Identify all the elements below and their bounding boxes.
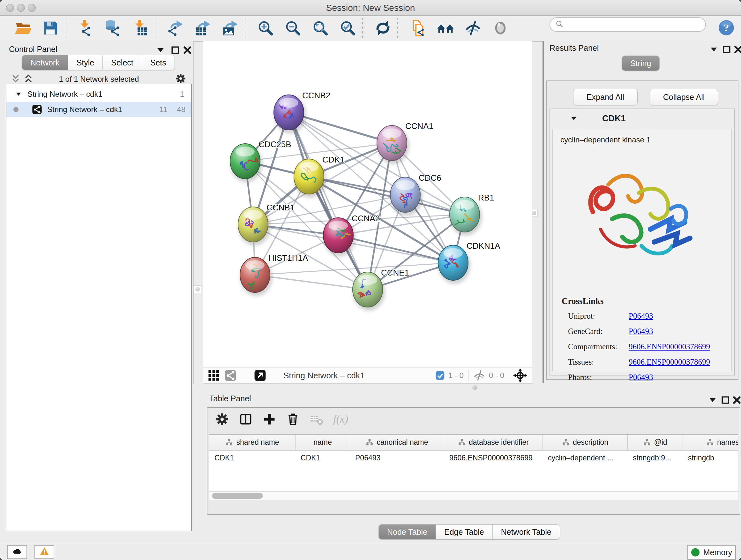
table-hscrollbar-thumb[interactable] [212, 493, 263, 499]
grid-view-icon[interactable] [208, 369, 220, 381]
left-splitter-handle[interactable] [194, 286, 201, 293]
split-columns-icon[interactable] [239, 412, 253, 426]
selected-counts: 1 - 0 [448, 371, 464, 380]
birdseye-crosshair-icon[interactable] [513, 368, 527, 382]
network-node-CDC25B[interactable]: CDC25B [230, 139, 291, 182]
network-collection-row[interactable]: String Network – cdk1 1 [6, 87, 191, 102]
expand-all-icon[interactable] [23, 74, 33, 84]
fit-content-button[interactable] [312, 19, 329, 37]
tab-network-table[interactable]: Network Table [493, 524, 560, 539]
tab-network[interactable]: Network [22, 55, 68, 70]
network-node-CCNA2[interactable]: CCNA2 [323, 213, 380, 256]
table-toolbar: f(x) [215, 412, 348, 426]
delete-column-icon[interactable] [286, 412, 300, 426]
results-float-icon[interactable] [722, 45, 731, 54]
import-table-file-button[interactable] [132, 19, 149, 37]
results-close-icon[interactable] [733, 45, 741, 54]
section-collapse-icon[interactable] [569, 114, 578, 123]
control-panel-float-icon[interactable] [171, 45, 180, 55]
network-node-HIST1H1A[interactable]: HIST1H1A [240, 253, 308, 296]
network-node-CDKN1A[interactable]: CDKN1A [438, 241, 500, 284]
table-float-icon[interactable] [721, 395, 730, 405]
crosslink-link[interactable]: 9606.ENSP00000378699 [629, 358, 710, 367]
column-header-sharedname[interactable]: shared name [209, 435, 295, 450]
import-network-file-button[interactable] [77, 19, 94, 37]
network-row-selected[interactable]: String Network – cdk1 11 48 [6, 102, 191, 117]
network-node-CDC6[interactable]: CDC6 [390, 173, 441, 216]
preview-button[interactable] [492, 19, 509, 37]
table-hscrollbar[interactable] [209, 491, 738, 500]
tab-sets[interactable]: Sets [142, 55, 175, 70]
network-graph[interactable]: CCNB2 CCNA1 CDC25B CDK1 CDC6 RB1 [203, 41, 532, 367]
crosslink-link[interactable]: P06493 [629, 373, 653, 382]
column-header-id[interactable]: @id [628, 435, 683, 450]
column-header-databaseidentifier[interactable]: database identifier [444, 435, 543, 450]
tab-node-table[interactable]: Node Table [379, 524, 436, 539]
column-header-description[interactable]: description [543, 435, 628, 450]
network-node-RB1[interactable]: RB1 [450, 193, 494, 236]
search-input[interactable] [564, 20, 705, 29]
expand-all-button[interactable]: Expand All [573, 89, 637, 105]
cloud-icon [12, 547, 22, 557]
column-header-namespace[interactable]: namespace [683, 435, 738, 450]
network-node-CCNB2[interactable]: CCNB2 [274, 91, 330, 133]
import-network-database-button[interactable] [105, 19, 122, 37]
memory-button[interactable]: Memory [687, 545, 736, 560]
tab-select[interactable]: Select [103, 55, 142, 70]
result-gene-title: CDK1 [602, 114, 626, 124]
zoom-out-button[interactable] [284, 19, 301, 37]
network-node-CCNA1[interactable]: CCNA1 [377, 121, 433, 164]
tab-edge-table[interactable]: Edge Table [436, 524, 493, 539]
table-close-icon[interactable] [732, 395, 741, 405]
crosslink-label: GeneCard: [568, 327, 629, 336]
collapse-all-icon[interactable] [11, 74, 20, 84]
home-button[interactable] [437, 19, 454, 37]
open-session-button[interactable] [14, 19, 31, 37]
selected-checkbox-icon[interactable] [435, 370, 445, 381]
collection-collapse-icon[interactable] [15, 90, 22, 98]
collapse-all-button[interactable]: Collapse All [650, 89, 718, 105]
network-node-CDK1[interactable]: CDK1 [294, 155, 344, 198]
warnings-button[interactable] [35, 545, 54, 559]
results-tabs: String [622, 56, 660, 71]
refresh-button[interactable] [374, 19, 392, 37]
search-icon [555, 19, 564, 30]
tab-style[interactable]: Style [68, 55, 103, 70]
show-hide-graphics-button[interactable] [464, 19, 482, 37]
cloud-button[interactable] [7, 545, 27, 559]
zoom-selected-button[interactable] [339, 19, 356, 37]
gear-icon[interactable] [175, 73, 186, 84]
column-header-canonicalname[interactable]: canonical name [350, 435, 444, 450]
tab-string[interactable]: String [622, 56, 659, 71]
search-field[interactable] [549, 17, 706, 32]
copy-network-button[interactable] [409, 19, 427, 37]
results-menu-icon[interactable] [709, 45, 719, 54]
export-table-button[interactable] [194, 19, 212, 37]
network-canvas[interactable]: CCNB2 CCNA1 CDC25B CDK1 CDC6 RB1 [203, 41, 532, 367]
export-image-button[interactable] [222, 19, 239, 37]
network-node-CCNB1[interactable]: CCNB1 [238, 203, 294, 246]
crosslink-link[interactable]: P06493 [629, 327, 653, 336]
detach-view-icon[interactable] [254, 369, 266, 381]
node-label-CCNE1: CCNE1 [381, 268, 409, 277]
control-panel-title: Control Panel [9, 45, 57, 54]
export-network-button[interactable] [167, 19, 184, 37]
table-menu-icon[interactable] [708, 395, 718, 405]
hidden-eye-icon[interactable] [473, 369, 486, 382]
zoom-in-button[interactable] [257, 19, 274, 37]
save-session-button[interactable] [42, 19, 59, 37]
help-button[interactable]: ? [718, 19, 735, 36]
splitter-dot[interactable] [472, 385, 477, 390]
crosslink-link[interactable]: P06493 [629, 312, 653, 320]
share-gray-icon[interactable] [224, 369, 237, 381]
control-panel-menu-icon[interactable] [156, 45, 165, 55]
crosslink-link[interactable]: 9606.ENSP00000378699 [629, 342, 710, 351]
network-node-CCNE1[interactable]: CCNE1 [353, 268, 409, 311]
add-column-icon[interactable] [262, 412, 276, 426]
table-row[interactable]: CDK1CDK1P064939606.ENSP00000378699cyclin… [209, 450, 738, 465]
column-header-name[interactable]: name [295, 435, 350, 450]
result-section-header[interactable]: CDK1 [550, 109, 734, 128]
table-gear-icon[interactable] [215, 412, 229, 426]
result-section-body: cyclin–dependent kinase 1 [552, 129, 732, 372]
control-panel-close-icon[interactable] [183, 45, 192, 55]
